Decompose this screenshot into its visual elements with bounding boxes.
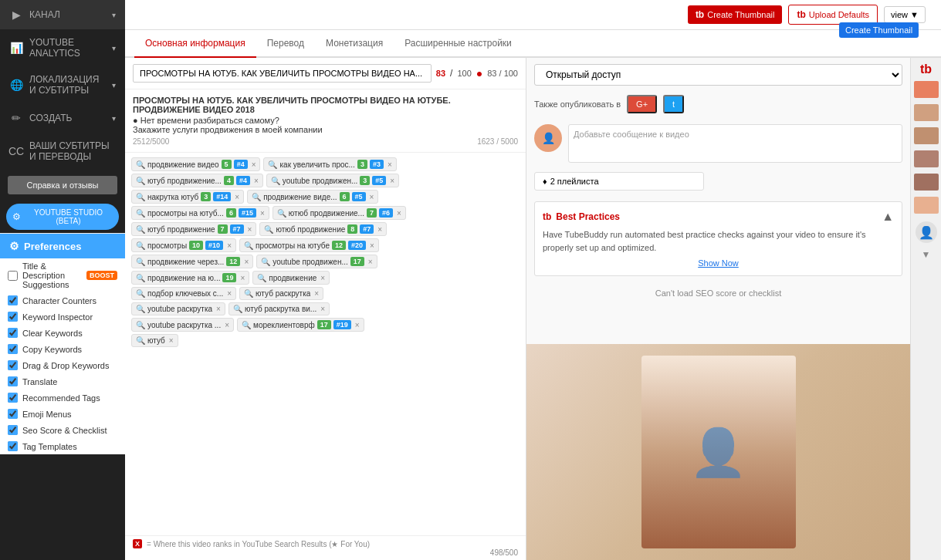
pref-checkbox-copy-kw[interactable]: [8, 344, 18, 354]
tag-row: 🔍ютуб продвижение...4#4×🔍youtube продвиж…: [131, 174, 520, 187]
tag-remove-button[interactable]: ×: [248, 225, 252, 234]
tab-basic[interactable]: Основная информация: [134, 30, 256, 58]
tag-remove-button[interactable]: ×: [390, 177, 394, 185]
comment-placeholder[interactable]: Добавьте сообщение к видео: [568, 124, 902, 163]
thumbnail-strip-1[interactable]: [914, 81, 939, 98]
pref-label-emoji: Emoji Menus: [22, 410, 72, 419]
show-now-link[interactable]: Show Now: [543, 258, 894, 268]
list-item[interactable]: 🔍ютуб×: [131, 334, 178, 347]
tag-remove-button[interactable]: ×: [240, 274, 245, 282]
list-item[interactable]: 🔍продвижение видео5#4×: [131, 157, 260, 171]
pref-item-emoji[interactable]: Emoji Menus: [0, 406, 125, 422]
sidebar-item-analytics[interactable]: 📊 YOUTUBE ANALYTICS ▾: [0, 29, 125, 66]
pref-item-tag-templates[interactable]: Tag Templates: [0, 438, 125, 454]
sidebar-item-channel[interactable]: ▶ КАНАЛ ▾: [0, 0, 125, 29]
list-item[interactable]: 🔍просмотры на ютубе12#20×: [239, 238, 379, 252]
pref-checkbox-emoji[interactable]: [8, 409, 18, 419]
pref-item-seo[interactable]: Seo Score & Checklist: [0, 422, 125, 438]
pref-item-drag-drop[interactable]: Drag & Drop Keywords: [0, 357, 125, 373]
pref-checkbox-title-desc[interactable]: [8, 271, 18, 281]
scroll-down-icon[interactable]: ▼: [922, 249, 931, 260]
tag-remove-button[interactable]: ×: [244, 258, 249, 266]
list-item[interactable]: 🔍накрутка ютуб3#14×: [131, 190, 244, 204]
pref-checkbox-recommended[interactable]: [8, 393, 18, 403]
list-item[interactable]: 🔍продвижение×: [252, 271, 330, 285]
list-item[interactable]: 🔍как увеличить прос...3#3×: [263, 157, 396, 171]
tag-remove-button[interactable]: ×: [254, 177, 259, 185]
sidebar-item-create[interactable]: ✏ СОЗДАТЬ ▾: [0, 103, 125, 133]
list-item[interactable]: 🔍продвижение виде...6#5×: [247, 190, 378, 204]
tag-remove-button[interactable]: ×: [235, 193, 239, 201]
thumbnail-strip-2[interactable]: [914, 104, 939, 121]
thumbnail-strip-4[interactable]: [914, 150, 939, 167]
pref-item-recommended[interactable]: Recommended Tags: [0, 390, 125, 406]
list-item[interactable]: 🔍продвижение через...12×: [131, 255, 253, 268]
tab-advanced[interactable]: Расширенные настройки: [394, 30, 523, 58]
list-item[interactable]: 🔍подбор ключевых с...×: [131, 287, 236, 300]
thumbnail-strip-5[interactable]: [914, 174, 939, 191]
tag-remove-button[interactable]: ×: [388, 160, 392, 169]
tab-monetize[interactable]: Монетизация: [315, 30, 394, 58]
help-button[interactable]: Справка и отзывы: [8, 176, 117, 194]
tubebuddy-logo: tb: [920, 62, 932, 76]
pref-checkbox-kw-inspector[interactable]: [8, 312, 18, 322]
pref-item-title-desc[interactable]: Title & Description SuggestionsBOOST: [0, 258, 125, 292]
list-item[interactable]: 🔍ютуб продвижение...4#4×: [131, 174, 263, 187]
google-plus-button[interactable]: G+: [627, 95, 657, 113]
tag-remove-button[interactable]: ×: [370, 193, 374, 201]
tag-remove-button[interactable]: ×: [227, 241, 232, 250]
tag-remove-button[interactable]: ×: [260, 209, 265, 218]
list-item[interactable]: 🔍ютуб продвижение7#7×: [131, 222, 256, 236]
playlist-button[interactable]: ♦ 2 плейлиста: [534, 172, 704, 191]
tag-remove-button[interactable]: ×: [169, 336, 174, 345]
tag-remove-button[interactable]: ×: [227, 289, 232, 298]
view-button[interactable]: view ▼: [884, 6, 926, 23]
pref-checkbox-clear-kw[interactable]: [8, 328, 18, 338]
sidebar-item-subtitles[interactable]: CC ВАШИ СУБТИТРЫ И ПЕРЕВОДЫ: [0, 133, 125, 170]
tag-remove-button[interactable]: ×: [370, 241, 374, 250]
tag-remove-button[interactable]: ×: [320, 305, 325, 313]
list-item[interactable]: 🔍youtube раскрутка ...×: [131, 318, 234, 332]
list-item[interactable]: 🔍youtube раскрутка×: [131, 302, 225, 315]
list-item[interactable]: 🔍ютюб продвижение...7#6×: [272, 206, 406, 220]
tag-remove-button[interactable]: ×: [397, 209, 401, 218]
list-item[interactable]: 🔍просмотры на ютуб...6#15×: [131, 206, 269, 220]
tag-remove-button[interactable]: ×: [225, 321, 229, 329]
tag-remove-button[interactable]: ×: [216, 305, 221, 313]
thumbnail-strip-3[interactable]: [914, 127, 939, 144]
search-icon: 🔍: [271, 177, 280, 185]
list-item[interactable]: 🔍ютюб продвижение8#7×: [259, 222, 387, 236]
visibility-select[interactable]: Открытый доступ: [534, 64, 902, 86]
list-item[interactable]: 🔍ютуб раскрутка×: [239, 287, 323, 300]
pref-item-translate[interactable]: Translate: [0, 373, 125, 390]
tag-remove-button[interactable]: ×: [355, 321, 360, 329]
tag-remove-button[interactable]: ×: [320, 274, 325, 282]
studio-button[interactable]: ⚙ YOUTUBE STUDIO (BETA): [6, 204, 119, 230]
tag-remove-button[interactable]: ×: [252, 160, 256, 169]
list-item[interactable]: 🔍youtube продвижен...3#5×: [266, 174, 399, 187]
pref-checkbox-seo[interactable]: [8, 425, 18, 435]
scroll-up-icon[interactable]: ▲: [882, 210, 894, 224]
tag-remove-button[interactable]: ×: [377, 225, 382, 234]
list-item[interactable]: 🔍youtube продвижен...17×: [256, 255, 377, 268]
tag-remove-button[interactable]: ×: [368, 258, 373, 266]
list-item[interactable]: 🔍продвижение на ю...19×: [131, 271, 249, 285]
list-item[interactable]: 🔍мореклиентоврф17#19×: [237, 318, 364, 332]
pref-checkbox-char-counters[interactable]: [8, 295, 18, 305]
pref-item-char-counters[interactable]: Character Counters: [0, 292, 125, 309]
list-item[interactable]: 🔍ютуб раскрутка ви...×: [228, 302, 330, 315]
pref-checkbox-tag-templates[interactable]: [8, 441, 18, 451]
tag-remove-button[interactable]: ×: [314, 289, 319, 298]
tab-translate[interactable]: Перевод: [256, 30, 315, 58]
pref-checkbox-translate[interactable]: [8, 376, 18, 386]
twitter-button[interactable]: t: [663, 95, 684, 113]
thumbnail-strip-6[interactable]: [914, 197, 939, 214]
pref-item-copy-kw[interactable]: Copy Keywords: [0, 341, 125, 357]
pref-item-kw-inspector[interactable]: Keyword Inspector: [0, 309, 125, 325]
pref-item-clear-kw[interactable]: Clear Keywords: [0, 325, 125, 341]
pref-checkbox-drag-drop[interactable]: [8, 360, 18, 370]
list-item[interactable]: 🔍просмотры10#10×: [131, 238, 236, 252]
create-thumbnail-button[interactable]: tb Create Thumbnail: [688, 5, 783, 24]
sidebar-item-localization[interactable]: 🌐 ЛОКАЛИЗАЦИЯ И СУБТИТРЫ ▾: [0, 66, 125, 103]
title-input[interactable]: [133, 64, 432, 83]
